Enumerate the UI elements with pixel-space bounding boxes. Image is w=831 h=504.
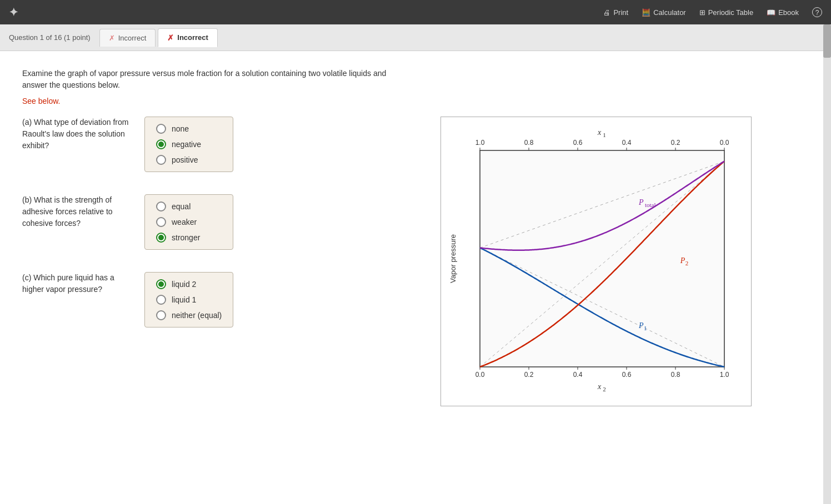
radio-c-liquid2[interactable] bbox=[156, 279, 166, 289]
radio-b-weaker[interactable] bbox=[156, 217, 166, 227]
print-label: Print bbox=[613, 8, 628, 17]
calculator-button[interactable]: 🧮 Calculator bbox=[642, 8, 686, 17]
option-c-neither-label: neither (equal) bbox=[172, 311, 222, 320]
print-icon: 🖨 bbox=[603, 8, 610, 17]
toolbar: 🖨 Print 🧮 Calculator ⊞ Periodic Table 📖 … bbox=[603, 7, 822, 17]
graph-column bbox=[383, 117, 809, 406]
incorrect-icon-2: ✗ bbox=[167, 33, 174, 42]
question-c-options: liquid 2 liquid 1 neither (equal) bbox=[144, 272, 233, 327]
radio-a-negative-dot bbox=[158, 142, 164, 147]
question-c-row: (c) Which pure liquid has a higher vapor… bbox=[22, 272, 367, 327]
print-button[interactable]: 🖨 Print bbox=[603, 8, 628, 17]
question-b-options: equal weaker stronger bbox=[144, 194, 233, 250]
main-content: Examine the graph of vapor pressure vers… bbox=[0, 51, 831, 504]
option-a-negative[interactable]: negative bbox=[156, 139, 222, 149]
option-c-neither[interactable]: neither (equal) bbox=[156, 310, 222, 320]
graph-container bbox=[440, 117, 752, 406]
radio-a-positive[interactable] bbox=[156, 155, 166, 165]
question-info: Question 1 of 16 (1 point) bbox=[9, 33, 91, 42]
ebook-button[interactable]: 📖 Ebook bbox=[767, 8, 799, 17]
radio-b-equal[interactable] bbox=[156, 201, 166, 211]
radio-b-stronger-dot bbox=[158, 235, 164, 240]
see-below-text: See below. bbox=[22, 97, 809, 105]
help-button[interactable]: ? bbox=[812, 7, 822, 17]
ebook-icon: 📖 bbox=[767, 8, 775, 17]
scrollbar-track[interactable] bbox=[823, 24, 831, 504]
option-b-equal[interactable]: equal bbox=[156, 201, 222, 211]
option-c-liquid1-label: liquid 1 bbox=[172, 295, 196, 304]
option-b-equal-label: equal bbox=[172, 202, 191, 211]
option-b-weaker[interactable]: weaker bbox=[156, 217, 222, 227]
calculator-icon: 🧮 bbox=[642, 8, 650, 17]
radio-c-liquid1[interactable] bbox=[156, 295, 166, 305]
question-b-text: (b) What is the strength of adhesive for… bbox=[22, 194, 133, 229]
incorrect-icon-1: ✗ bbox=[109, 34, 115, 42]
scrollbar-thumb[interactable] bbox=[823, 24, 831, 58]
radio-a-negative[interactable] bbox=[156, 139, 166, 149]
vapor-pressure-graph bbox=[447, 123, 741, 400]
ebook-label: Ebook bbox=[778, 8, 799, 17]
radio-a-none[interactable] bbox=[156, 124, 166, 134]
tab-attempt-1[interactable]: ✗ Incorrect bbox=[99, 29, 156, 47]
top-bar: ✦ 🖨 Print 🧮 Calculator ⊞ Periodic Table … bbox=[0, 0, 831, 24]
content-layout: (a) What type of deviation from Raoult's… bbox=[22, 117, 809, 406]
option-a-none[interactable]: none bbox=[156, 124, 222, 134]
periodic-table-icon: ⊞ bbox=[699, 8, 705, 17]
option-b-stronger[interactable]: stronger bbox=[156, 233, 222, 243]
option-c-liquid2-label: liquid 2 bbox=[172, 280, 196, 289]
option-c-liquid2[interactable]: liquid 2 bbox=[156, 279, 222, 289]
question-a-options: none negative positive bbox=[144, 117, 233, 172]
questions-column: (a) What type of deviation from Raoult's… bbox=[22, 117, 367, 327]
option-b-weaker-label: weaker bbox=[172, 218, 197, 226]
tab-2-label: Incorrect bbox=[177, 33, 208, 42]
question-b-row: (b) What is the strength of adhesive for… bbox=[22, 194, 367, 250]
option-c-liquid1[interactable]: liquid 1 bbox=[156, 295, 222, 305]
prompt-line1: Examine the graph of vapor pressure vers… bbox=[22, 69, 386, 78]
tab-1-label: Incorrect bbox=[118, 34, 147, 42]
help-icon: ? bbox=[812, 7, 822, 17]
option-a-positive-label: positive bbox=[172, 155, 198, 164]
option-a-none-label: none bbox=[172, 124, 189, 133]
periodic-table-label: Periodic Table bbox=[708, 8, 753, 17]
tabs-bar: Question 1 of 16 (1 point) ✗ Incorrect ✗… bbox=[0, 24, 831, 51]
question-a-row: (a) What type of deviation from Raoult's… bbox=[22, 117, 367, 172]
logo-icon: ✦ bbox=[9, 6, 18, 19]
question-a-text: (a) What type of deviation from Raoult's… bbox=[22, 117, 133, 152]
prompt-line2: answer the questions below. bbox=[22, 80, 120, 89]
calculator-label: Calculator bbox=[653, 8, 686, 17]
periodic-table-button[interactable]: ⊞ Periodic Table bbox=[699, 8, 753, 17]
question-c-text: (c) Which pure liquid has a higher vapor… bbox=[22, 272, 133, 295]
radio-c-neither[interactable] bbox=[156, 310, 166, 320]
option-a-negative-label: negative bbox=[172, 140, 201, 149]
option-a-positive[interactable]: positive bbox=[156, 155, 222, 165]
radio-b-stronger[interactable] bbox=[156, 233, 166, 243]
radio-c-liquid2-dot bbox=[158, 281, 164, 287]
question-prompt: Examine the graph of vapor pressure vers… bbox=[22, 68, 400, 91]
tab-attempt-2[interactable]: ✗ Incorrect bbox=[158, 28, 218, 47]
option-b-stronger-label: stronger bbox=[172, 233, 200, 242]
